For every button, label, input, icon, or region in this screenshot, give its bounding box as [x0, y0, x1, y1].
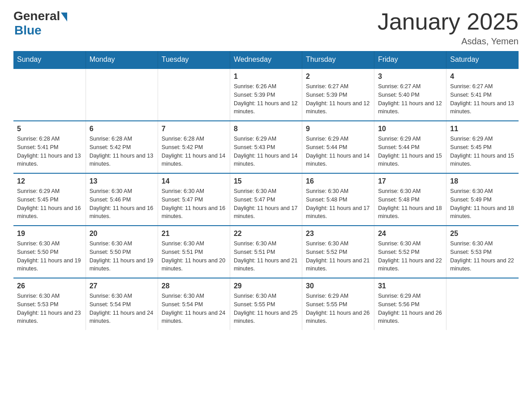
day-info: Sunrise: 6:30 AMSunset: 5:48 PMDaylight:…	[378, 187, 442, 221]
day-number: 17	[378, 177, 442, 185]
calendar-cell: 23Sunrise: 6:30 AMSunset: 5:52 PMDayligh…	[302, 226, 374, 278]
calendar-cell: 4Sunrise: 6:27 AMSunset: 5:41 PMDaylight…	[446, 68, 519, 121]
day-of-week-header: Saturday	[446, 51, 519, 68]
calendar-cell: 25Sunrise: 6:30 AMSunset: 5:53 PMDayligh…	[446, 226, 519, 278]
day-number: 19	[17, 230, 82, 238]
day-number: 10	[378, 125, 442, 133]
logo-arrow-icon	[61, 13, 67, 21]
day-info: Sunrise: 6:30 AMSunset: 5:49 PMDaylight:…	[450, 187, 515, 221]
day-number: 31	[378, 282, 442, 290]
day-info: Sunrise: 6:28 AMSunset: 5:42 PMDaylight:…	[90, 135, 154, 168]
day-number: 3	[378, 73, 442, 81]
day-number: 16	[306, 177, 370, 185]
calendar-week-row: 5Sunrise: 6:28 AMSunset: 5:41 PMDaylight…	[13, 121, 519, 173]
day-info: Sunrise: 6:30 AMSunset: 5:51 PMDaylight:…	[162, 240, 226, 273]
day-number: 20	[90, 230, 154, 238]
day-number: 6	[90, 125, 154, 133]
day-number: 11	[450, 125, 515, 133]
calendar-cell: 10Sunrise: 6:29 AMSunset: 5:44 PMDayligh…	[374, 121, 446, 173]
logo: General Blue	[13, 9, 67, 38]
day-info: Sunrise: 6:29 AMSunset: 5:44 PMDaylight:…	[306, 135, 370, 168]
calendar-cell: 31Sunrise: 6:29 AMSunset: 5:56 PMDayligh…	[374, 278, 446, 330]
calendar-cell: 16Sunrise: 6:30 AMSunset: 5:48 PMDayligh…	[302, 173, 374, 226]
day-number: 18	[450, 177, 515, 185]
day-info: Sunrise: 6:30 AMSunset: 5:47 PMDaylight:…	[162, 187, 226, 221]
calendar-table: SundayMondayTuesdayWednesdayThursdayFrid…	[13, 51, 519, 330]
day-number: 29	[234, 282, 298, 290]
day-number: 1	[234, 73, 298, 81]
calendar-cell: 24Sunrise: 6:30 AMSunset: 5:52 PMDayligh…	[374, 226, 446, 278]
day-info: Sunrise: 6:30 AMSunset: 5:48 PMDaylight:…	[306, 187, 370, 221]
day-number: 14	[162, 177, 226, 185]
day-info: Sunrise: 6:30 AMSunset: 5:52 PMDaylight:…	[306, 240, 370, 273]
calendar-cell: 14Sunrise: 6:30 AMSunset: 5:47 PMDayligh…	[158, 173, 230, 226]
day-number: 28	[162, 282, 226, 290]
calendar-cell: 21Sunrise: 6:30 AMSunset: 5:51 PMDayligh…	[158, 226, 230, 278]
day-info: Sunrise: 6:29 AMSunset: 5:55 PMDaylight:…	[306, 292, 370, 325]
day-number: 30	[306, 282, 370, 290]
day-number: 12	[17, 177, 82, 185]
day-of-week-header: Sunday	[13, 51, 86, 68]
day-info: Sunrise: 6:30 AMSunset: 5:46 PMDaylight:…	[90, 187, 154, 221]
day-info: Sunrise: 6:29 AMSunset: 5:45 PMDaylight:…	[450, 135, 515, 168]
day-info: Sunrise: 6:30 AMSunset: 5:54 PMDaylight:…	[90, 292, 154, 325]
day-info: Sunrise: 6:30 AMSunset: 5:53 PMDaylight:…	[450, 240, 515, 273]
day-info: Sunrise: 6:27 AMSunset: 5:41 PMDaylight:…	[450, 82, 515, 116]
calendar-cell	[86, 68, 158, 121]
day-number: 21	[162, 230, 226, 238]
day-of-week-header: Monday	[86, 51, 158, 68]
day-of-week-header: Thursday	[302, 51, 374, 68]
calendar-cell	[158, 68, 230, 121]
calendar-cell	[13, 68, 86, 121]
day-number: 13	[90, 177, 154, 185]
day-number: 25	[450, 230, 515, 238]
day-info: Sunrise: 6:30 AMSunset: 5:47 PMDaylight:…	[234, 187, 298, 221]
calendar-week-row: 12Sunrise: 6:29 AMSunset: 5:45 PMDayligh…	[13, 173, 519, 226]
calendar-week-row: 19Sunrise: 6:30 AMSunset: 5:50 PMDayligh…	[13, 226, 519, 278]
calendar-cell: 27Sunrise: 6:30 AMSunset: 5:54 PMDayligh…	[86, 278, 158, 330]
day-info: Sunrise: 6:30 AMSunset: 5:50 PMDaylight:…	[17, 240, 82, 273]
day-info: Sunrise: 6:28 AMSunset: 5:41 PMDaylight:…	[17, 135, 82, 168]
calendar-cell: 19Sunrise: 6:30 AMSunset: 5:50 PMDayligh…	[13, 226, 86, 278]
calendar-cell: 20Sunrise: 6:30 AMSunset: 5:50 PMDayligh…	[86, 226, 158, 278]
title-block: January 2025 Asdas, Yemen	[378, 9, 519, 47]
day-number: 2	[306, 73, 370, 81]
day-number: 8	[234, 125, 298, 133]
day-info: Sunrise: 6:29 AMSunset: 5:44 PMDaylight:…	[378, 135, 442, 168]
day-info: Sunrise: 6:26 AMSunset: 5:39 PMDaylight:…	[234, 82, 298, 116]
day-number: 15	[234, 177, 298, 185]
calendar-cell: 5Sunrise: 6:28 AMSunset: 5:41 PMDaylight…	[13, 121, 86, 173]
day-info: Sunrise: 6:28 AMSunset: 5:42 PMDaylight:…	[162, 135, 226, 168]
day-info: Sunrise: 6:27 AMSunset: 5:40 PMDaylight:…	[378, 82, 442, 116]
calendar-cell: 9Sunrise: 6:29 AMSunset: 5:44 PMDaylight…	[302, 121, 374, 173]
calendar-cell: 28Sunrise: 6:30 AMSunset: 5:54 PMDayligh…	[158, 278, 230, 330]
day-number: 27	[90, 282, 154, 290]
day-of-week-header: Wednesday	[230, 51, 302, 68]
day-info: Sunrise: 6:30 AMSunset: 5:52 PMDaylight:…	[378, 240, 442, 273]
day-number: 22	[234, 230, 298, 238]
day-info: Sunrise: 6:29 AMSunset: 5:45 PMDaylight:…	[17, 187, 82, 221]
calendar-cell: 6Sunrise: 6:28 AMSunset: 5:42 PMDaylight…	[86, 121, 158, 173]
calendar-cell: 2Sunrise: 6:27 AMSunset: 5:39 PMDaylight…	[302, 68, 374, 121]
calendar-cell: 29Sunrise: 6:30 AMSunset: 5:55 PMDayligh…	[230, 278, 302, 330]
calendar-cell: 1Sunrise: 6:26 AMSunset: 5:39 PMDaylight…	[230, 68, 302, 121]
logo-blue-text: Blue	[14, 23, 42, 38]
calendar-cell: 3Sunrise: 6:27 AMSunset: 5:40 PMDaylight…	[374, 68, 446, 121]
day-number: 5	[17, 125, 82, 133]
calendar-header-row: SundayMondayTuesdayWednesdayThursdayFrid…	[13, 51, 519, 68]
day-of-week-header: Tuesday	[158, 51, 230, 68]
calendar-cell: 13Sunrise: 6:30 AMSunset: 5:46 PMDayligh…	[86, 173, 158, 226]
day-number: 4	[450, 73, 515, 81]
day-number: 9	[306, 125, 370, 133]
day-info: Sunrise: 6:30 AMSunset: 5:50 PMDaylight:…	[90, 240, 154, 273]
calendar-cell: 7Sunrise: 6:28 AMSunset: 5:42 PMDaylight…	[158, 121, 230, 173]
day-info: Sunrise: 6:30 AMSunset: 5:54 PMDaylight:…	[162, 292, 226, 325]
day-info: Sunrise: 6:30 AMSunset: 5:53 PMDaylight:…	[17, 292, 82, 325]
calendar-cell: 12Sunrise: 6:29 AMSunset: 5:45 PMDayligh…	[13, 173, 86, 226]
day-info: Sunrise: 6:30 AMSunset: 5:51 PMDaylight:…	[234, 240, 298, 273]
calendar-cell: 18Sunrise: 6:30 AMSunset: 5:49 PMDayligh…	[446, 173, 519, 226]
calendar-cell	[446, 278, 519, 330]
day-info: Sunrise: 6:29 AMSunset: 5:43 PMDaylight:…	[234, 135, 298, 168]
page-header: General Blue January 2025 Asdas, Yemen	[13, 9, 519, 47]
calendar-title: January 2025	[378, 9, 519, 34]
